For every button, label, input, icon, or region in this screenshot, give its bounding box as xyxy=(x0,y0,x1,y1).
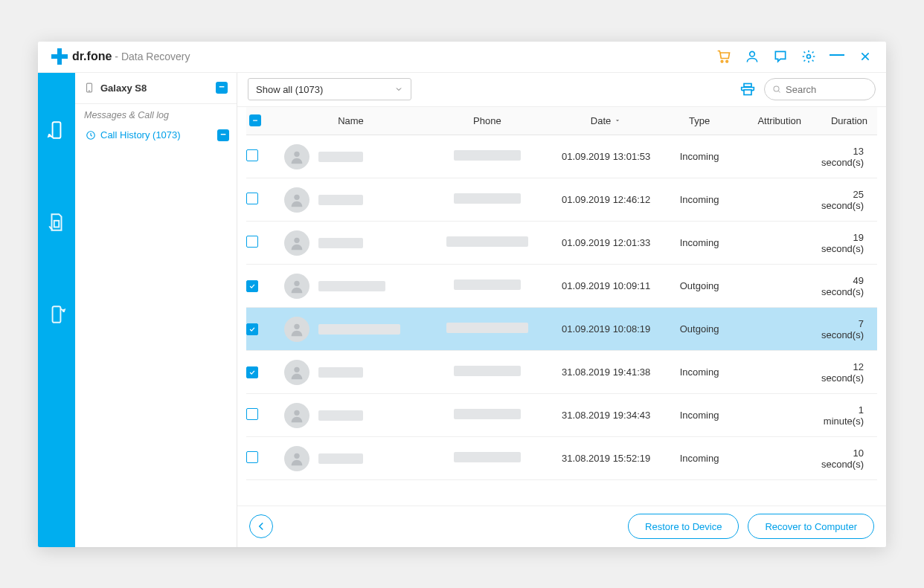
recover-to-computer-button[interactable]: Recover to Computer xyxy=(748,514,874,539)
call-table: Name Phone Date Type Attribution Duratio… xyxy=(246,107,877,481)
back-button[interactable] xyxy=(249,514,273,538)
title-actions: — xyxy=(716,49,873,64)
row-checkbox[interactable] xyxy=(246,366,258,378)
cell-date: 01.09.2019 13:01:53 xyxy=(551,135,661,178)
cell-type: Incoming xyxy=(661,394,738,437)
filter-label: Show all (1073) xyxy=(256,84,323,95)
redacted-phone xyxy=(454,452,521,462)
row-checkbox[interactable] xyxy=(246,323,258,335)
cell-attribution xyxy=(738,222,821,265)
cell-date: 01.09.2019 10:08:19 xyxy=(551,308,661,351)
cell-type: Incoming xyxy=(661,351,738,394)
row-checkbox[interactable] xyxy=(246,280,258,292)
col-date[interactable]: Date xyxy=(551,107,661,135)
col-type[interactable]: Type xyxy=(661,107,738,135)
table-row[interactable]: 31.08.2019 19:34:43Incoming1 minute(s) xyxy=(246,394,877,437)
row-checkbox[interactable] xyxy=(246,408,258,420)
footer: Restore to Device Recover to Computer xyxy=(237,505,886,547)
device-row[interactable]: Galaxy S8 − xyxy=(75,73,237,104)
minimize-button[interactable]: — xyxy=(830,46,844,61)
avatar-icon xyxy=(284,187,309,213)
table-row[interactable]: 01.09.2019 12:01:33Incoming19 second(s) xyxy=(246,222,877,265)
col-name[interactable]: Name xyxy=(278,107,424,135)
redacted-name xyxy=(318,324,400,335)
collapse-callhistory-button[interactable]: − xyxy=(217,129,229,141)
table-row[interactable]: 01.09.2019 10:08:19Outgoing7 second(s) xyxy=(246,308,877,351)
avatar-icon xyxy=(284,144,309,169)
app-section: - Data Recovery xyxy=(115,51,190,62)
sidebar: Galaxy S8 − Messages & Call log Call His… xyxy=(75,73,237,547)
cell-attribution xyxy=(738,437,821,480)
redacted-phone xyxy=(454,280,521,290)
history-icon xyxy=(86,130,96,140)
col-attribution[interactable]: Attribution xyxy=(738,107,821,135)
search-input[interactable] xyxy=(786,84,867,95)
svg-rect-11 xyxy=(744,90,751,95)
cell-date: 01.09.2019 10:09:11 xyxy=(551,265,661,308)
cell-attribution xyxy=(738,265,821,308)
col-duration[interactable]: Duration xyxy=(821,107,877,135)
redacted-phone xyxy=(454,193,521,204)
titlebar: dr.fone - Data Recovery — xyxy=(38,42,886,73)
collapse-device-button[interactable]: − xyxy=(216,82,228,94)
cell-type: Outgoing xyxy=(661,308,738,351)
row-checkbox[interactable] xyxy=(246,451,258,463)
svg-point-15 xyxy=(294,237,299,242)
cell-duration: 12 second(s) xyxy=(821,351,877,394)
svg-point-1 xyxy=(726,60,728,62)
col-phone[interactable]: Phone xyxy=(423,107,551,135)
redacted-phone xyxy=(446,323,528,333)
table-row[interactable]: 31.08.2019 15:52:19Incoming10 second(s) xyxy=(246,437,877,480)
cell-type: Incoming xyxy=(661,222,738,265)
device-name: Galaxy S8 xyxy=(100,83,216,94)
restore-to-device-button[interactable]: Restore to Device xyxy=(628,514,739,539)
table-container[interactable]: Name Phone Date Type Attribution Duratio… xyxy=(237,107,886,505)
app-window: dr.fone - Data Recovery — xyxy=(38,42,886,547)
table-row[interactable]: 01.09.2019 13:01:53Incoming13 second(s) xyxy=(246,135,877,178)
nav-rail xyxy=(38,73,75,547)
select-all-checkbox[interactable] xyxy=(249,114,261,126)
svg-rect-10 xyxy=(744,84,751,87)
svg-rect-6 xyxy=(53,306,61,323)
search-box[interactable] xyxy=(764,78,876,100)
cell-type: Incoming xyxy=(661,135,738,178)
print-button[interactable] xyxy=(740,82,755,97)
chevron-down-icon xyxy=(394,85,403,94)
filter-dropdown[interactable]: Show all (1073) xyxy=(248,78,411,100)
sidebar-item-call-history[interactable]: Call History (1073) − xyxy=(75,126,237,144)
cell-date: 31.08.2019 19:41:38 xyxy=(551,351,661,394)
sort-desc-icon xyxy=(614,117,621,124)
cell-type: Incoming xyxy=(661,437,738,480)
table-row[interactable]: 01.09.2019 10:09:11Outgoing49 second(s) xyxy=(246,265,877,308)
phone-icon xyxy=(84,81,94,94)
search-icon xyxy=(772,84,781,94)
cell-date: 31.08.2019 19:34:43 xyxy=(551,394,661,437)
cart-icon[interactable] xyxy=(716,49,731,64)
cell-attribution xyxy=(738,178,821,222)
svg-point-20 xyxy=(294,453,299,458)
user-icon[interactable] xyxy=(745,49,760,64)
svg-point-19 xyxy=(294,410,299,415)
rail-sim-recover-icon[interactable] xyxy=(44,210,69,235)
table-row[interactable]: 01.09.2019 12:46:12Incoming25 second(s) xyxy=(246,178,877,222)
rail-phone-recover-icon[interactable] xyxy=(44,117,69,143)
redacted-name xyxy=(318,195,363,205)
rail-device-sync-icon[interactable] xyxy=(44,302,69,327)
redacted-phone xyxy=(454,409,521,419)
table-row[interactable]: 31.08.2019 19:41:38Incoming12 second(s) xyxy=(246,351,877,394)
row-checkbox[interactable] xyxy=(246,236,258,248)
close-button[interactable] xyxy=(858,49,873,64)
cell-date: 01.09.2019 12:46:12 xyxy=(551,178,661,222)
cell-duration: 19 second(s) xyxy=(821,222,877,265)
row-checkbox[interactable] xyxy=(246,149,258,161)
cell-date: 01.09.2019 12:01:33 xyxy=(551,222,661,265)
cell-attribution xyxy=(738,135,821,178)
feedback-icon[interactable] xyxy=(773,49,788,64)
redacted-name xyxy=(318,367,363,378)
svg-point-16 xyxy=(294,280,299,285)
row-checkbox[interactable] xyxy=(246,193,258,204)
cell-duration: 7 second(s) xyxy=(821,308,877,351)
settings-icon[interactable] xyxy=(801,49,816,64)
cell-attribution xyxy=(738,394,821,437)
redacted-phone xyxy=(454,366,521,376)
